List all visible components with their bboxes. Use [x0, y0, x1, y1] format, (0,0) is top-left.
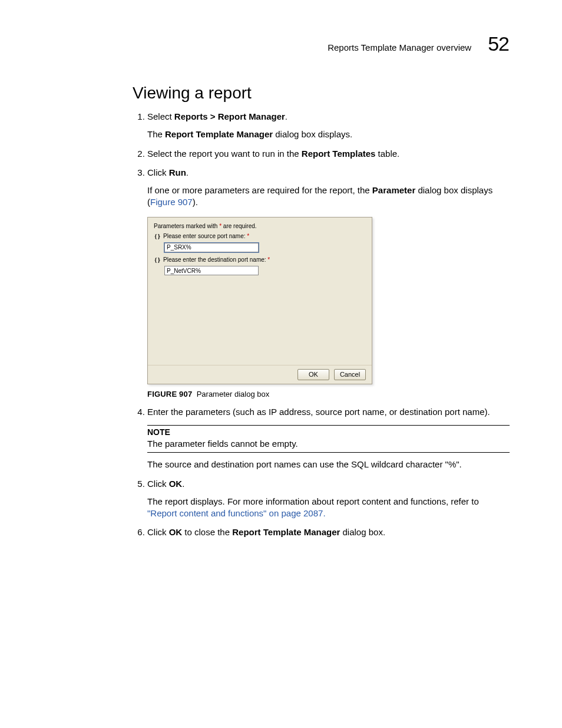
step-text: If one or more parameters are required f…	[147, 185, 372, 195]
ok-button[interactable]: OK	[297, 369, 329, 380]
step-3: Click Run. If one or more parameters are…	[147, 167, 509, 399]
figure-label: FIGURE 907	[147, 390, 192, 398]
asterisk-icon: *	[267, 256, 270, 263]
step-text: .	[285, 111, 287, 121]
dialog-name: Parameter	[372, 185, 415, 195]
asterisk-icon: *	[247, 233, 249, 239]
step-text: Click	[147, 527, 169, 537]
figure-caption-text: Parameter dialog box	[197, 390, 270, 398]
step-1: Select Reports > Report Manager. The Rep…	[147, 111, 509, 141]
cancel-button[interactable]: Cancel	[334, 369, 366, 380]
cross-reference-link[interactable]: "Report content and functions"	[147, 508, 266, 518]
step-text: table.	[375, 149, 399, 159]
text: Please enter the destination port name:	[163, 256, 267, 263]
page: Reports Template Manager overview 52 Vie…	[0, 0, 562, 728]
step-body: NOTE The parameter fields cannot be empt…	[147, 425, 509, 470]
cross-reference-link[interactable]: on page 2087.	[266, 508, 325, 518]
step-body: If one or more parameters are required f…	[147, 185, 509, 399]
step-6: Click OK to close the Report Template Ma…	[147, 526, 509, 538]
step-text: The	[147, 129, 165, 139]
steps-list: Select Reports > Report Manager. The Rep…	[133, 111, 509, 539]
step-text: Enter the parameters (such as IP address…	[147, 407, 490, 417]
dialog-footer: OK Cancel	[148, 365, 372, 384]
step-4: Enter the parameters (such as IP address…	[147, 406, 509, 471]
destination-port-input[interactable]	[164, 266, 259, 275]
step-body: The Report Template Manager dialog box d…	[147, 129, 509, 140]
menu-path: Reports > Report Manager	[174, 111, 285, 121]
note-block: NOTE The parameter fields cannot be empt…	[147, 425, 510, 453]
param-label: Please enter the destination port name: …	[163, 256, 270, 264]
parameter-dialog: Parameters marked with * are required. ❴…	[147, 217, 372, 384]
step-text: Click	[147, 167, 169, 177]
step-text: Click	[147, 479, 169, 489]
step-text: Select the report you want to run in the	[147, 149, 302, 159]
braces-icon: ❴❵	[154, 232, 161, 241]
figure-907: Parameters marked with * are required. ❴…	[147, 217, 509, 400]
step-text: dialog box displays.	[273, 129, 352, 139]
source-port-input[interactable]	[164, 243, 259, 252]
step-text: .	[182, 479, 184, 489]
step-body: The report displays. For more informatio…	[147, 496, 509, 520]
text: Parameters marked with	[154, 223, 219, 229]
table-name: Report Templates	[302, 149, 376, 159]
dialog-body: Parameters marked with * are required. ❴…	[148, 218, 372, 365]
note-text: The parameter fields cannot be empty.	[147, 438, 510, 450]
button-name: Run	[169, 167, 186, 177]
page-header: Reports Template Manager overview 52	[71, 32, 509, 55]
step-text: The source and destination port names ca…	[147, 459, 509, 470]
braces-icon: ❴❵	[154, 256, 161, 264]
param-row-1: ❴❵ Please enter source port name: *	[154, 232, 366, 241]
step-text: to close the	[182, 527, 232, 537]
text: Please enter source port name:	[163, 233, 247, 239]
note-title: NOTE	[147, 427, 510, 438]
dialog-name: Report Template Manager	[165, 129, 273, 139]
page-title: Viewing a report	[133, 84, 509, 103]
step-text: .	[186, 167, 189, 177]
text: are required.	[222, 223, 256, 229]
step-text: Select	[147, 111, 174, 121]
figure-link[interactable]: Figure 907	[150, 197, 193, 207]
page-number: 52	[488, 32, 509, 55]
button-name: OK	[169, 479, 183, 489]
button-name: OK	[169, 527, 183, 537]
dialog-name: Report Template Manager	[232, 527, 340, 537]
figure-caption: FIGURE 907 Parameter dialog box	[147, 389, 509, 400]
required-message: Parameters marked with * are required.	[154, 222, 366, 230]
param-label: Please enter source port name: *	[163, 232, 249, 241]
step-2: Select the report you want to run in the…	[147, 148, 509, 160]
section-title: Reports Template Manager overview	[328, 42, 471, 52]
step-text: The report displays. For more informatio…	[147, 496, 479, 506]
step-text: ).	[193, 197, 198, 207]
step-5: Click OK. The report displays. For more …	[147, 478, 509, 520]
step-text: dialog box.	[340, 527, 385, 537]
param-row-2: ❴❵ Please enter the destination port nam…	[154, 256, 366, 264]
